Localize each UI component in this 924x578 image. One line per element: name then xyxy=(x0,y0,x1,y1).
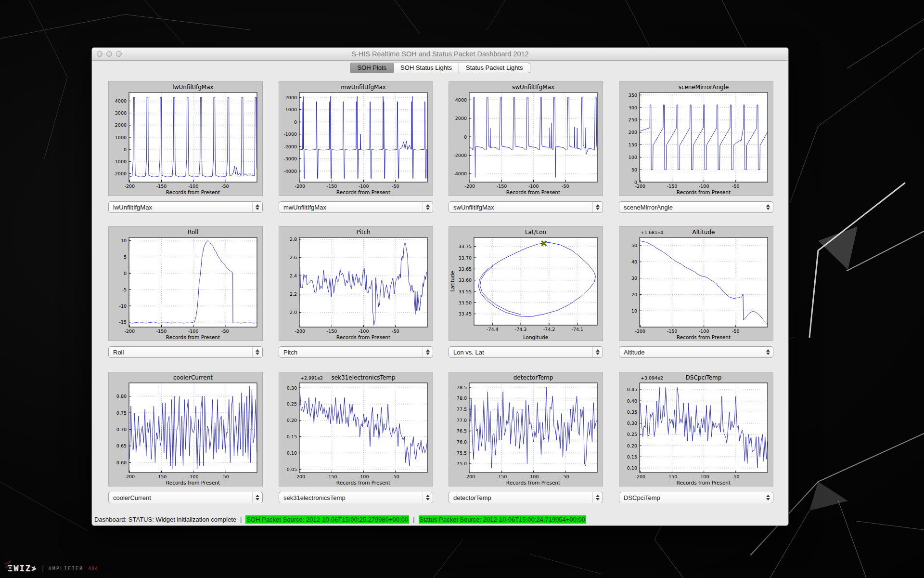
svg-text:2.0: 2.0 xyxy=(290,310,297,315)
svg-text:Records from Present: Records from Present xyxy=(166,189,220,195)
svg-text:-150: -150 xyxy=(327,474,337,479)
svg-text:4000: 4000 xyxy=(455,97,467,103)
stepper-arrows-icon[interactable] xyxy=(423,347,433,357)
svg-text:78.5: 78.5 xyxy=(457,385,467,390)
svg-text:-150: -150 xyxy=(667,474,678,479)
stepper-arrows-icon[interactable] xyxy=(252,492,262,503)
stepper-arrows-icon[interactable] xyxy=(592,347,603,357)
svg-text:-100: -100 xyxy=(359,474,369,479)
svg-text:-200: -200 xyxy=(295,184,306,189)
svg-text:-150: -150 xyxy=(156,474,167,479)
svg-text:0.15: 0.15 xyxy=(627,454,637,460)
svg-text:-50: -50 xyxy=(221,328,229,334)
plot-selector-LatLon[interactable]: Lon vs. Lat xyxy=(449,346,603,358)
svg-text:-150: -150 xyxy=(327,328,337,334)
stepper-arrows-icon[interactable] xyxy=(252,202,262,212)
tab-status-packet-lights[interactable]: Status Packet Lights xyxy=(459,63,530,73)
plot-selector-value: Altitude xyxy=(619,349,763,356)
svg-text:78.0: 78.0 xyxy=(457,395,467,401)
plot-selector-Pitch[interactable]: Pitch xyxy=(279,346,433,358)
plot-selector-value: Lon vs. Lat xyxy=(449,349,592,356)
plot-selector-value: detectorTemp xyxy=(449,494,592,501)
svg-text:0.10: 0.10 xyxy=(627,465,637,471)
svg-text:200: 200 xyxy=(629,130,637,135)
svg-text:-3000: -3000 xyxy=(283,156,297,161)
svg-text:-100: -100 xyxy=(528,474,539,479)
tab-soh-plots[interactable]: SOH Plots xyxy=(350,63,394,73)
plot-selector-sek31electronicsTemp[interactable]: sek31electronicsTemp xyxy=(279,492,433,503)
arrow-down-icon xyxy=(766,208,770,210)
plot-figure-coolerCurrent: -200-150-100-500.600.650.700.750.80coole… xyxy=(109,372,263,487)
svg-text:33.45: 33.45 xyxy=(459,311,472,316)
plot-selector-Roll[interactable]: Roll xyxy=(108,346,263,358)
plot-figure-LatLon: -74.4-74.3-74.2-74.133.4533.5033.5533.60… xyxy=(449,227,603,342)
plot-panel-Altitude: -200-150-100-501020304050Altitude+1.681e… xyxy=(619,226,773,341)
arrow-up-icon xyxy=(596,349,600,352)
svg-text:0.20: 0.20 xyxy=(627,443,637,448)
window-title: S-HIS Realtime SOH and Status Packet Das… xyxy=(92,48,788,60)
svg-text:2.6: 2.6 xyxy=(290,255,297,260)
plot-selector-mwUnfiltIfgMax[interactable]: mwUnfiltIfgMax xyxy=(279,201,433,213)
svg-text:-100: -100 xyxy=(528,184,539,189)
svg-text:350: 350 xyxy=(629,92,637,98)
svg-text:-2000: -2000 xyxy=(453,153,467,158)
svg-text:Records from Present: Records from Present xyxy=(166,480,220,486)
status-bar: Dashboard: STATUS: Widget initialization… xyxy=(92,515,788,525)
svg-text:-100: -100 xyxy=(188,328,199,334)
stepper-arrows-icon[interactable] xyxy=(763,347,773,357)
svg-text:2000: 2000 xyxy=(455,116,467,121)
arrow-up-icon xyxy=(596,495,600,497)
svg-text:Records from Present: Records from Present xyxy=(677,480,731,486)
window-titlebar[interactable]: S-HIS Realtime SOH and Status Packet Das… xyxy=(92,48,788,61)
plot-selector-lwUnfiltIfgMax[interactable]: lwUnfiltIfgMax xyxy=(108,201,263,213)
tab-bar: SOH Plots SOH Status Lights Status Packe… xyxy=(92,63,788,73)
svg-text:-10: -10 xyxy=(119,303,127,309)
svg-text:-74.3: -74.3 xyxy=(515,327,527,332)
arrow-up-icon xyxy=(766,495,770,497)
svg-text:3000: 3000 xyxy=(115,110,127,116)
svg-text:100: 100 xyxy=(629,155,637,160)
svg-text:Longitude: Longitude xyxy=(523,334,548,340)
svg-text:Pitch: Pitch xyxy=(356,229,370,236)
plot-figure-Altitude: -200-150-100-501020304050Altitude+1.681e… xyxy=(619,227,774,342)
arrow-up-icon xyxy=(256,204,259,207)
arrow-down-icon xyxy=(766,498,770,500)
plot-selector-DSCpciTemp[interactable]: DSCpciTemp xyxy=(619,492,773,503)
svg-text:-200: -200 xyxy=(465,474,475,479)
svg-text:150: 150 xyxy=(629,142,637,147)
plot-figure-Pitch: -200-150-100-502.02.22.42.62.8PitchRecor… xyxy=(279,227,434,342)
svg-text:10: 10 xyxy=(631,308,637,314)
svg-text:77.0: 77.0 xyxy=(457,418,467,423)
plot-selector-sceneMirrorAngle[interactable]: sceneMirrorAngle xyxy=(619,201,773,213)
svg-text:-50: -50 xyxy=(562,474,569,479)
arrow-down-icon xyxy=(256,208,259,210)
plot-selector-swUnfiltIfgMax[interactable]: swUnfiltIfgMax xyxy=(449,201,603,213)
plot-selector-coolerCurrent[interactable]: coolerCurrent xyxy=(108,492,263,503)
svg-text:0.25: 0.25 xyxy=(627,432,637,437)
plot-selector-detectorTemp[interactable]: detectorTemp xyxy=(449,492,603,503)
tab-soh-status-lights[interactable]: SOH Status Lights xyxy=(394,63,459,73)
stepper-arrows-icon[interactable] xyxy=(592,202,603,212)
arrow-up-icon xyxy=(766,204,770,207)
svg-text:sceneMirrorAngle: sceneMirrorAngle xyxy=(679,84,729,91)
svg-text:0.25: 0.25 xyxy=(287,401,297,407)
arrow-up-icon xyxy=(256,349,259,352)
stepper-arrows-icon[interactable] xyxy=(592,492,603,503)
svg-text:-4000: -4000 xyxy=(283,169,297,174)
svg-text:+1.681e4: +1.681e4 xyxy=(641,230,663,235)
plot-panel-coolerCurrent: -200-150-100-500.600.650.700.750.80coole… xyxy=(108,372,263,486)
svg-text:10: 10 xyxy=(121,238,127,243)
svg-text:-150: -150 xyxy=(667,328,678,334)
stepper-arrows-icon[interactable] xyxy=(763,202,773,212)
svg-text:0: 0 xyxy=(294,119,297,125)
svg-text:76.0: 76.0 xyxy=(457,439,467,445)
svg-text:33.70: 33.70 xyxy=(459,255,472,261)
stepper-arrows-icon[interactable] xyxy=(423,202,433,212)
stepper-arrows-icon[interactable] xyxy=(423,492,433,503)
svg-text:2.8: 2.8 xyxy=(290,236,297,242)
plot-selector-Altitude[interactable]: Altitude xyxy=(619,346,773,358)
svg-text:-50: -50 xyxy=(732,474,740,479)
stepper-arrows-icon[interactable] xyxy=(252,347,262,357)
plot-figure-mwUnfiltIfgMax: -200-150-100-50-4000-3000-2000-100001000… xyxy=(279,82,434,197)
stepper-arrows-icon[interactable] xyxy=(763,492,773,503)
